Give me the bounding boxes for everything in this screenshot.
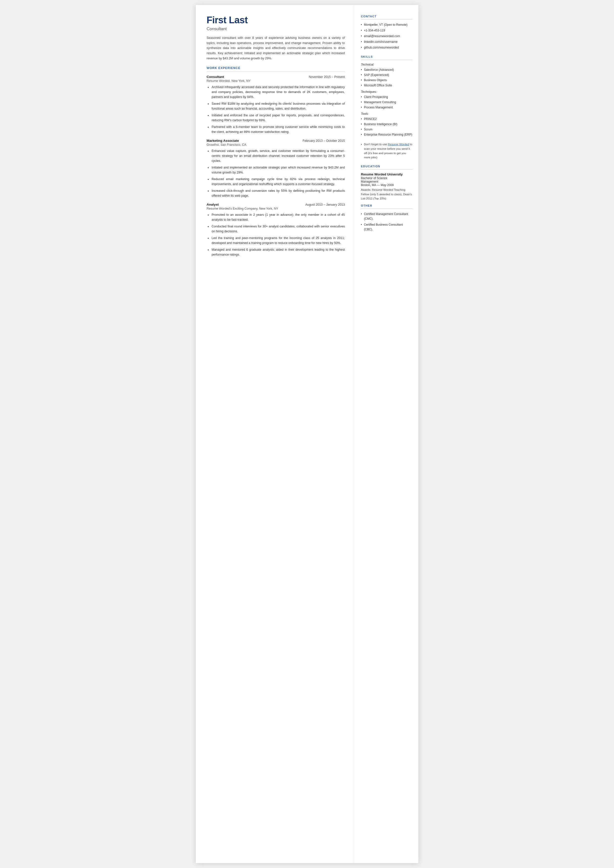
left-column: First Last Consultant Seasoned consultan… <box>196 5 354 863</box>
job-block-3: Analyst August 2010 – January 2013 Resum… <box>207 203 345 257</box>
techniques-label: Techniques: <box>361 90 412 93</box>
bullet-2-3: Reduced email marketing campaign cycle t… <box>207 177 345 186</box>
other-list: Certified Management Consultant (CMC). C… <box>361 212 412 231</box>
edu-field: Management <box>361 180 412 183</box>
promo-link[interactable]: Resume Worded <box>388 143 409 146</box>
contact-linkedin: linkedin.com/in/username <box>361 40 412 44</box>
job-company-2: Growthsi, San Francisco, CA <box>207 143 345 146</box>
work-experience-header: WORK EXPERIENCE <box>207 66 345 70</box>
other-item-2: Certified Business Consultant (CBC). <box>361 222 412 231</box>
bullet-3-2: Conducted final round interviews for 30+… <box>207 224 345 234</box>
skill-tech-4: Microsoft Office Suite <box>361 83 412 88</box>
skill-tech-2: SAP (Experienced) <box>361 73 412 77</box>
techniques-list: Client Prospecting Management Consulting… <box>361 95 412 110</box>
job-header-1: Consultant November 2015 – Present <box>207 75 345 79</box>
full-name: First Last <box>207 15 345 25</box>
technical-label: Technical: <box>361 63 412 66</box>
skill-tech-t2: Management Consulting <box>361 100 412 104</box>
skills-section: Technical: Salesforce (Advanced) SAP (Ex… <box>361 63 412 137</box>
bullet-2-4: Increased click-through and conversion r… <box>207 188 345 198</box>
job-header-3: Analyst August 2010 – January 2013 <box>207 203 345 207</box>
education-block: Resume Worded University Bachelor of Sci… <box>361 172 412 201</box>
contact-divider <box>361 19 412 20</box>
job-dates-3: August 2010 – January 2013 <box>305 203 345 207</box>
edu-degree: Bachelor of Science <box>361 176 412 180</box>
promo-before: Don't forget to use <box>364 143 388 146</box>
work-divider <box>207 71 345 71</box>
contact-location: Montpelier, VT (Open to Remote) <box>361 23 412 27</box>
name-section: First Last Consultant <box>207 15 345 31</box>
job-bullets-1: Archived infrequently accessed data and … <box>207 85 345 134</box>
job-company-1: Resume Worded, New York, NY <box>207 79 345 83</box>
job-block-1: Consultant November 2015 – Present Resum… <box>207 75 345 134</box>
bullet-2-1: Enhanced value capture, growth, service,… <box>207 149 345 163</box>
job-title-3: Analyst <box>207 203 219 207</box>
technical-skills-list: Salesforce (Advanced) SAP (Experienced) … <box>361 68 412 88</box>
job-header-2: Marketing Associate February 2013 – Octo… <box>207 139 345 143</box>
job-bullets-2: Enhanced value capture, growth, service,… <box>207 149 345 198</box>
skill-tech-t3: Process Management <box>361 105 412 110</box>
bullet-1-1: Archived infrequently accessed data and … <box>207 85 345 99</box>
right-column: CONTACT Montpelier, VT (Open to Remote) … <box>354 5 419 863</box>
contact-header: CONTACT <box>361 15 412 18</box>
edu-school: Resume Worded University <box>361 172 412 176</box>
skill-tool-3: Scrum <box>361 127 412 132</box>
contact-email: email@resumeworded.com <box>361 34 412 38</box>
bullet-1-4: Partnered with a 6-member team to promot… <box>207 124 345 134</box>
contact-phone: +1-334-453-119 <box>361 28 412 33</box>
education-divider <box>361 169 412 169</box>
job-company-3: Resume Worded's Exciting Company, New Yo… <box>207 207 345 210</box>
tools-list: PRINCE2 Business Intelligence (BI) Scrum… <box>361 117 412 137</box>
bullet-3-3: Led the training and peer-mentoring prog… <box>207 236 345 245</box>
job-dates-2: February 2013 – October 2015 <box>303 139 345 143</box>
other-item-1: Certified Management Consultant (CMC). <box>361 212 412 221</box>
bullet-2-2: Initiated and implemented an actionable … <box>207 165 345 175</box>
edu-awards: Awards: Resume Worded Teaching Fellow (o… <box>361 188 412 201</box>
skill-tech-1: Salesforce (Advanced) <box>361 68 412 72</box>
job-bullets-3: Promoted to an associate in 2 years (1 y… <box>207 212 345 257</box>
job-title-header: Consultant <box>207 26 345 31</box>
skill-tech-3: Business Objects <box>361 78 412 82</box>
bullet-3-1: Promoted to an associate in 2 years (1 y… <box>207 212 345 222</box>
skill-tool-1: PRINCE2 <box>361 117 412 121</box>
job-block-2: Marketing Associate February 2013 – Octo… <box>207 139 345 198</box>
skill-tech-t1: Client Prospecting <box>361 95 412 99</box>
edu-dates: Boston, MA — May 2009 <box>361 183 412 187</box>
skill-tool-2: Business Intelligence (BI) <box>361 122 412 126</box>
bullet-1-2: Saved RW $18M by analyzing and redesigni… <box>207 101 345 111</box>
skill-tool-4: Enterprise Resource Planning (ERP) <box>361 132 412 137</box>
resume-page: First Last Consultant Seasoned consultan… <box>196 5 419 863</box>
job-title-1: Consultant <box>207 75 224 79</box>
contact-list: Montpelier, VT (Open to Remote) +1-334-4… <box>361 23 412 50</box>
promo-text: Don't forget to use Resume Worded to sca… <box>361 142 412 160</box>
bullet-3-4: Managed and mentored 6 graduate analysts… <box>207 247 345 257</box>
job-dates-1: November 2015 – Present <box>309 75 345 79</box>
summary-text: Seasoned consultant with over 8 years of… <box>207 36 345 61</box>
tools-label: Tools: <box>361 112 412 116</box>
other-header: OTHER <box>361 204 412 207</box>
education-header: EDUCATION <box>361 165 412 168</box>
other-section: Certified Management Consultant (CMC). C… <box>361 212 412 231</box>
contact-github: github.com/resumeworded <box>361 45 412 50</box>
job-title-2: Marketing Associate <box>207 139 239 143</box>
skills-header: SKILLS <box>361 55 412 58</box>
bullet-1-3: Initiated and enforced the use of recycl… <box>207 113 345 123</box>
